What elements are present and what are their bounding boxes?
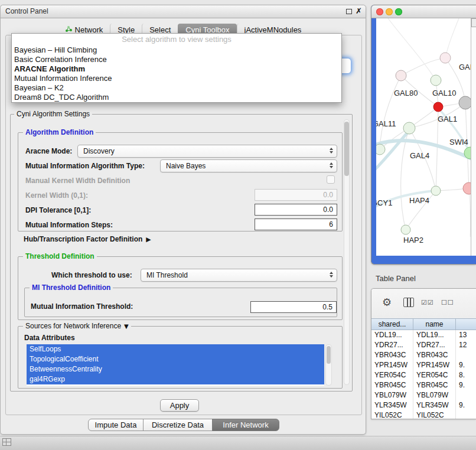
network-node[interactable] (440, 53, 451, 63)
float-window-button[interactable] (346, 9, 352, 14)
dropdown-item-bayesian-k2[interactable]: Bayesian – K2 (12, 83, 341, 93)
close-window-button[interactable] (376, 8, 383, 15)
table-cell: YBL079W (371, 390, 413, 400)
column-header-shared-name[interactable]: shared... (371, 319, 413, 330)
network-node-label: GAL (459, 63, 471, 71)
network-node[interactable] (403, 122, 415, 134)
deselect-rows-icon[interactable]: ☐☐ (441, 299, 454, 306)
dpi-tolerance-label: DPI Tolerance [0,1]: (25, 206, 91, 214)
network-node[interactable] (431, 75, 441, 86)
gear-icon[interactable]: ⚙ (382, 296, 392, 308)
network-node-label: GAL11 (376, 119, 396, 128)
docked-panel-icon[interactable] (2, 438, 11, 446)
expander-expanded-icon: ▼ (124, 323, 129, 330)
table-row[interactable]: YDR27...YDR27...12 (371, 340, 476, 350)
network-node[interactable] (433, 102, 443, 112)
threshold-definition-group: Threshold Definition Which threshold to … (18, 256, 343, 320)
combobox-stepper-icon (328, 148, 334, 154)
mi-steps-label: Mutual Information Steps: (25, 221, 113, 229)
network-node[interactable] (376, 144, 385, 155)
select-rows-icon[interactable]: ☑☑ (421, 299, 434, 306)
table-row[interactable]: YBL079WYBL079W (371, 390, 476, 400)
mi-threshold-definition-group: MI Threshold Definition Mutual Informati… (24, 288, 337, 317)
close-panel-button[interactable]: ✗ (356, 6, 362, 15)
column-selector-icon[interactable] (403, 298, 414, 307)
table-cell: YIL052C (413, 410, 456, 419)
column-header-name[interactable]: name (413, 319, 456, 330)
network-canvas[interactable]: GALGAL80GAL10GAL11GAL1SWI4GAL4GCY1HAP4YH… (376, 18, 471, 256)
settings-scrollbar-track[interactable] (344, 119, 350, 385)
network-window-titlebar (371, 5, 476, 18)
apply-button[interactable]: Apply (160, 399, 199, 412)
kernel-width-label: Kernel Width (0,1): (25, 191, 88, 200)
network-node[interactable] (396, 70, 406, 81)
table-row[interactable]: YER054CYER054C8. (371, 370, 476, 380)
table-cell (456, 390, 476, 400)
combobox-stepper-icon (328, 162, 334, 168)
mi-algorithm-type-combobox[interactable]: Naive Bayes (160, 159, 337, 172)
data-attributes-list: SelfLoops TopologicalCoefficient Between… (27, 344, 324, 386)
network-edge[interactable] (380, 76, 401, 149)
group-title: Threshold Definition (23, 252, 97, 260)
network-edge[interactable] (401, 128, 409, 230)
combobox-value: Naive Bayes (166, 162, 206, 170)
table-cell: YBR043C (413, 350, 456, 360)
table-cell: YBR043C (371, 350, 413, 360)
mi-steps-input[interactable] (255, 219, 337, 230)
settings-scrollbar-thumb[interactable] (344, 122, 349, 176)
table-row[interactable]: YBR045CYBR045C9. (371, 380, 476, 390)
attribute-item-selected[interactable]: TopologicalCoefficient (27, 354, 324, 364)
attribute-item-selected[interactable]: BetweennessCentrality (27, 364, 324, 374)
table-cell: YIL052C (371, 410, 413, 419)
minimize-window-button[interactable] (386, 8, 393, 15)
dropdown-item-basic-correlation[interactable]: Basic Correlation Inference (12, 55, 341, 64)
cyni-bottom-tabs: Impute Data Discretize Data Infer Networ… (88, 419, 279, 431)
network-node[interactable] (459, 96, 471, 109)
network-scrollbar-thumb[interactable] (471, 18, 476, 27)
network-node[interactable] (431, 186, 441, 195)
which-threshold-combobox[interactable]: MI Threshold (141, 269, 337, 282)
algorithm-dropdown-popup: Select algorithm to view settings Bayesi… (11, 33, 342, 103)
network-edge[interactable] (445, 18, 459, 58)
table-row[interactable]: YDL19...YDL19...13 (371, 330, 476, 340)
network-node-label: SWI4 (449, 138, 468, 146)
table-row[interactable]: YIL052CYIL052C (371, 410, 476, 419)
manual-kernel-width-checkbox[interactable] (327, 175, 335, 184)
table-cell: YER054C (371, 370, 413, 380)
mi-algorithm-type-label: Mutual Information Algorithm Type: (25, 162, 145, 170)
table-row[interactable]: YBR043CYBR043C (371, 350, 476, 360)
dropdown-item-bayesian-hill-climbing[interactable]: Bayesian – Hill Climbing (12, 45, 341, 55)
aracne-mode-label: Aracne Mode: (25, 147, 72, 155)
network-edge[interactable] (388, 18, 436, 80)
network-node[interactable] (463, 182, 471, 194)
mi-threshold-input[interactable] (250, 301, 337, 313)
tab-infer-network[interactable]: Infer Network (212, 419, 279, 431)
table-row[interactable]: YLR345WYLR345W9. (371, 400, 476, 410)
dropdown-item-dream8[interactable]: Dream8 DC_TDC Algorithm (12, 93, 341, 102)
hub-tf-definition-expander[interactable]: Hub/Transcription Factor Definition▶ (24, 235, 151, 243)
attribute-item-selected[interactable]: SelfLoops (27, 344, 324, 354)
attributes-scrollbar-thumb[interactable] (327, 346, 331, 364)
algorithm-definition-group: Algorithm Definition Aracne Mode: Discov… (18, 132, 343, 231)
control-panel-window: Control Panel ✗ Network Style Select Cyn… (0, 5, 366, 435)
sources-expander[interactable]: Sources for Network Inference▼ (23, 322, 131, 330)
table-row[interactable]: YPR145WYPR145W9. (371, 360, 476, 370)
attributes-scrollbar-track[interactable] (325, 344, 332, 386)
tab-impute-data[interactable]: Impute Data (88, 419, 144, 431)
table-cell: YDL19... (371, 330, 413, 340)
column-header-extra[interactable] (456, 319, 476, 330)
combobox-value: MI Threshold (146, 271, 188, 279)
aracne-mode-combobox[interactable]: Discovery (77, 145, 337, 158)
dropdown-item-mutual-information[interactable]: Mutual Information Inference (12, 74, 341, 83)
tab-discretize-data[interactable]: Discretize Data (143, 419, 213, 431)
dropdown-item-aracne[interactable]: ARACNE Algorithm (12, 64, 341, 74)
table-cell: 9. (456, 360, 476, 370)
network-scrollbar-track[interactable] (471, 18, 476, 256)
attribute-item-selected[interactable]: gal4RGexp (27, 374, 324, 384)
kernel-width-input[interactable] (255, 189, 337, 201)
network-edge[interactable] (401, 58, 445, 76)
network-node[interactable] (401, 225, 410, 234)
zoom-window-button[interactable] (395, 8, 402, 15)
dpi-tolerance-input[interactable] (255, 204, 337, 216)
network-node-label: HAP4 (409, 196, 429, 205)
